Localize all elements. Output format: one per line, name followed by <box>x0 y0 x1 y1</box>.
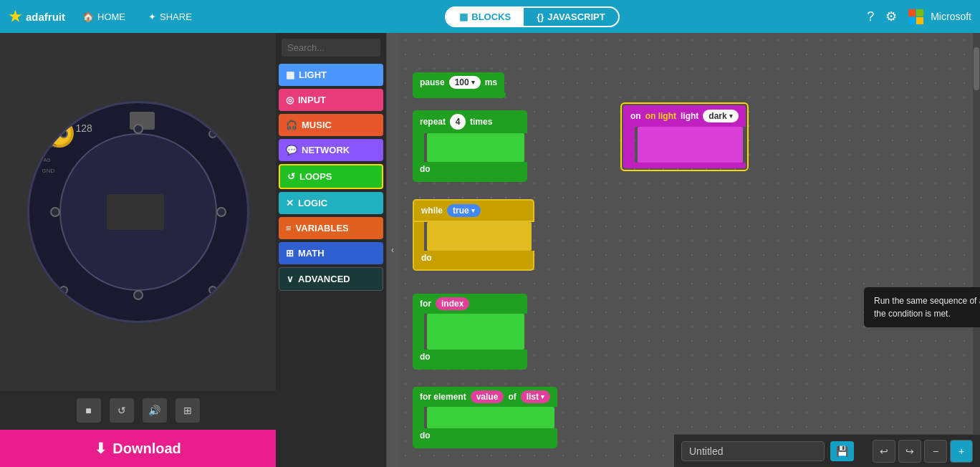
input-cat-icon: ◎ <box>286 95 294 105</box>
tooltip: Run the same sequence of actions while t… <box>864 287 980 327</box>
logic-cat-icon: ✕ <box>286 198 294 208</box>
for-var[interactable]: index <box>436 297 469 310</box>
for-block[interactable]: for index do <box>413 294 527 370</box>
category-music[interactable]: 🎧 MUSIC <box>279 114 383 136</box>
js-braces-icon: {} <box>537 11 544 22</box>
microsoft-label: Microsoft <box>931 11 971 22</box>
circuit-board: 128 <box>27 101 249 323</box>
screenshot-button[interactable]: ⊞ <box>176 398 200 423</box>
category-loops[interactable]: ↺ LOOPS <box>279 164 383 189</box>
download-icon: ⬇ <box>95 440 107 457</box>
on-light-block[interactable]: on on light light dark ▾ <box>620 102 749 171</box>
blocks-icon: ▦ <box>459 11 468 22</box>
list-dropdown-icon: ▾ <box>541 393 544 400</box>
board-label-d5: D5 <box>49 143 57 149</box>
search-bar: 🔍 <box>282 39 380 57</box>
undo-button[interactable]: ↩ <box>873 440 895 463</box>
workspace[interactable]: pause 100 ▾ ms repeat 4 times do <box>398 33 980 467</box>
on-light-name: on light <box>645 111 676 121</box>
share-icon: ✦ <box>148 11 156 22</box>
undo-redo-area: ↩ ↪ − + <box>873 440 973 463</box>
for-element-var[interactable]: value <box>471 390 504 403</box>
zoom-in-button[interactable]: + <box>950 440 973 463</box>
on-light-label: on <box>630 111 641 121</box>
tab-javascript[interactable]: {} JAVASCRIPT <box>524 8 618 26</box>
pause-value[interactable]: 100 ▾ <box>449 76 481 89</box>
simulator-panel: 128 <box>0 33 276 467</box>
loops-cat-icon: ↺ <box>287 171 295 182</box>
music-cat-icon: 🎧 <box>286 120 297 130</box>
while-block[interactable]: while true ▾ do <box>413 199 534 271</box>
home-icon: 🏠 <box>82 11 94 22</box>
variables-cat-icon: ≡ <box>286 223 292 234</box>
pause-label: pause <box>420 77 445 87</box>
light-cat-icon: ▦ <box>286 69 294 80</box>
brightness-value: 128 <box>76 122 92 134</box>
on-light-dropdown-icon: ▾ <box>729 112 733 120</box>
for-element-block[interactable]: for element value of list ▾ do <box>413 387 557 448</box>
top-nav: ★ adafruit 🏠 HOME ✦ SHARE ▦ BLOCKS {} JA… <box>0 0 980 33</box>
microsoft-logo <box>908 9 923 24</box>
logo: ★ adafruit <box>9 8 65 25</box>
logo-star-icon: ★ <box>9 8 21 25</box>
editor-tabs: ▦ BLOCKS {} JAVASCRIPT <box>445 6 619 27</box>
advanced-cat-icon: ∨ <box>287 274 294 284</box>
category-input[interactable]: ◎ INPUT <box>279 89 383 111</box>
network-cat-icon: 💬 <box>286 145 297 155</box>
pause-block[interactable]: pause 100 ▾ ms <box>413 72 506 98</box>
category-variables[interactable]: ≡ VARIABLES <box>279 217 383 239</box>
for-element-list[interactable]: list ▾ <box>521 390 550 403</box>
zoom-out-button[interactable]: − <box>924 440 947 463</box>
restart-button[interactable]: ↺ <box>110 398 134 423</box>
category-math[interactable]: ⊞ MATH <box>279 242 383 264</box>
nav-right: ? ⚙ Microsoft <box>867 9 971 24</box>
save-button[interactable]: 💾 <box>830 441 854 461</box>
redo-button[interactable]: ↪ <box>898 440 921 463</box>
category-light[interactable]: ▦ LIGHT <box>279 64 383 86</box>
simulator-area: 128 <box>0 33 276 391</box>
repeat-value[interactable]: 4 <box>450 114 466 130</box>
category-advanced[interactable]: ∨ ADVANCED <box>279 267 383 291</box>
repeat-block[interactable]: repeat 4 times do <box>413 110 527 182</box>
board-label-gnd: GND <box>42 168 55 174</box>
category-network[interactable]: 💬 NETWORK <box>279 139 383 161</box>
pause-dropdown-icon: ▾ <box>471 79 475 86</box>
board-label-a9: A9 <box>44 157 51 163</box>
mute-button[interactable]: 🔊 <box>143 398 167 423</box>
tab-blocks[interactable]: ▦ BLOCKS <box>446 8 524 26</box>
project-name-input[interactable] <box>681 441 825 461</box>
workspace-scrollbar[interactable] <box>973 33 980 434</box>
bottom-bar: 💾 ↩ ↪ − + <box>674 434 980 467</box>
scrollbar-thumb[interactable] <box>974 47 979 90</box>
sim-controls: ■ ↺ 🔊 ⊞ <box>0 391 276 430</box>
help-icon[interactable]: ? <box>867 9 874 24</box>
main-layout: 128 <box>0 33 980 467</box>
chevron-left-icon: ‹ <box>391 245 394 255</box>
on-light-condition[interactable]: dark ▾ <box>703 110 738 122</box>
download-button[interactable]: ⬇ Download <box>0 430 276 467</box>
download-label-text: Download <box>112 440 181 457</box>
home-button[interactable]: 🏠 HOME <box>77 9 131 25</box>
while-dropdown-icon: ▾ <box>471 207 475 214</box>
share-button[interactable]: ✦ SHARE <box>143 9 198 25</box>
stop-button[interactable]: ■ <box>77 398 101 423</box>
blocks-panel: 🔍 ▦ LIGHT ◎ INPUT 🎧 MUSIC 💬 NETWORK ↺ LO… <box>276 33 387 467</box>
collapse-button[interactable]: ‹ <box>387 33 398 467</box>
category-logic[interactable]: ✕ LOGIC <box>279 192 383 214</box>
while-condition[interactable]: true ▾ <box>447 204 481 217</box>
settings-icon[interactable]: ⚙ <box>885 9 897 24</box>
logo-label: adafruit <box>26 11 65 23</box>
math-cat-icon: ⊞ <box>286 248 294 259</box>
